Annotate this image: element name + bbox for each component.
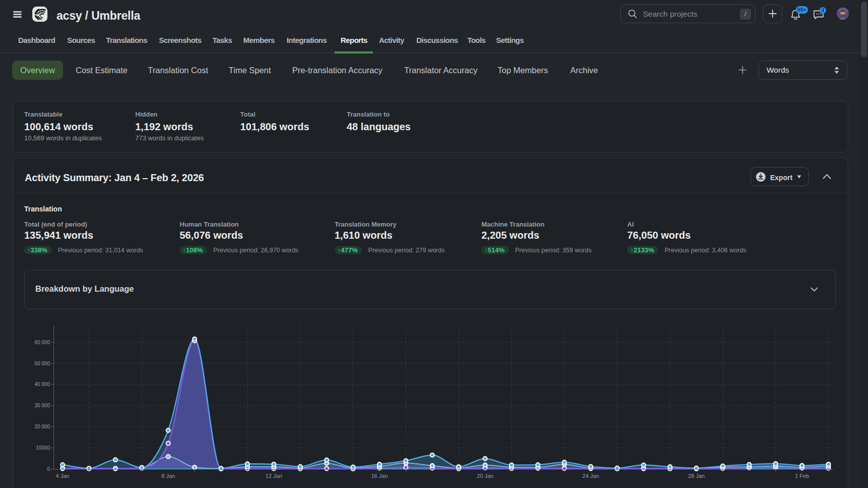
svg-text:16 Jan: 16 Jan xyxy=(371,473,388,479)
svg-text:1 Feb: 1 Feb xyxy=(795,473,809,479)
svg-text:60 000: 60 000 xyxy=(34,340,50,345)
svg-text:40 000: 40 000 xyxy=(34,382,50,387)
svg-text:28 Jan: 28 Jan xyxy=(688,473,704,479)
svg-text:24 Jan: 24 Jan xyxy=(582,473,599,479)
svg-text:4 Jan: 4 Jan xyxy=(56,473,70,479)
svg-text:0: 0 xyxy=(47,466,50,472)
svg-text:10000: 10000 xyxy=(36,445,50,451)
svg-text:50 000: 50 000 xyxy=(34,361,50,366)
svg-text:12 Jan: 12 Jan xyxy=(265,473,282,479)
svg-text:20 Jan: 20 Jan xyxy=(477,473,494,479)
svg-text:20 000: 20 000 xyxy=(34,424,50,429)
svg-text:30 000: 30 000 xyxy=(34,403,50,408)
svg-text:8 Jan: 8 Jan xyxy=(161,473,175,479)
